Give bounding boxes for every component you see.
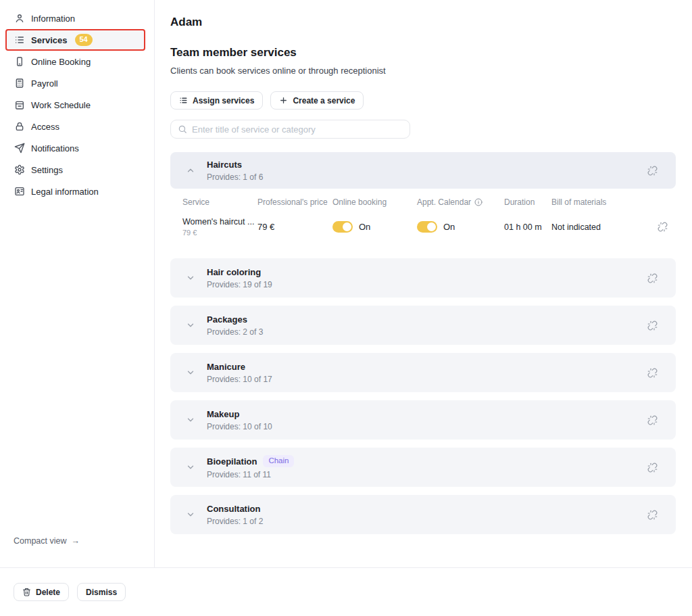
app-window: Information Services 54 Online Booking P… xyxy=(0,0,692,567)
category-consultation: Consultation Provides: 1 of 2 xyxy=(170,495,676,534)
send-icon xyxy=(14,143,25,153)
sidebar-item-information[interactable]: Information xyxy=(5,7,145,29)
unlink-icon[interactable] xyxy=(647,273,658,283)
unlink-icon[interactable] xyxy=(647,462,658,473)
calendar-icon xyxy=(14,99,25,110)
unlink-icon[interactable] xyxy=(647,509,658,520)
chevron-down-icon xyxy=(186,368,195,377)
category-header-haircuts[interactable]: Haircuts Provides: 1 of 6 xyxy=(170,152,676,189)
category-title: Consultation xyxy=(207,504,260,514)
sidebar-item-access[interactable]: Access xyxy=(5,116,145,137)
assign-services-button[interactable]: Assign services xyxy=(170,91,263,110)
delete-button[interactable]: Delete xyxy=(14,583,69,601)
calculator-icon xyxy=(14,78,25,89)
chevron-down-icon xyxy=(186,415,195,425)
search-icon xyxy=(178,124,187,134)
unlink-icon[interactable] xyxy=(647,165,658,176)
sidebar-item-label: Settings xyxy=(31,165,63,175)
col-header-service: Service xyxy=(182,197,257,207)
category-provides: Provides: 19 of 19 xyxy=(207,280,272,289)
sidebar-item-payroll[interactable]: Payroll xyxy=(5,72,145,94)
col-header-price: Professional's price xyxy=(257,197,332,207)
professional-price: 79 € xyxy=(257,222,332,232)
sidebar-item-work-schedule[interactable]: Work Schedule xyxy=(5,94,145,116)
person-icon xyxy=(14,13,25,24)
category-header-consultation[interactable]: Consultation Provides: 1 of 2 xyxy=(170,495,676,534)
compact-view-link[interactable]: Compact view → xyxy=(0,536,154,567)
category-header-packages[interactable]: Packages Provides: 2 of 3 xyxy=(170,306,676,345)
category-text: Consultation Provides: 1 of 2 xyxy=(207,504,263,526)
category-makeup: Makeup Provides: 10 of 10 xyxy=(170,400,676,440)
category-title: Hair coloring xyxy=(207,267,261,277)
search-input[interactable] xyxy=(192,124,403,135)
category-provides: Provides: 11 of 11 xyxy=(207,470,294,479)
category-provides: Provides: 2 of 3 xyxy=(207,327,263,337)
sidebar-item-legal-information[interactable]: Legal information xyxy=(5,181,145,202)
list-icon xyxy=(179,96,188,105)
sidebar-item-label: Information xyxy=(31,14,75,24)
category-haircuts: Haircuts Provides: 1 of 6 Service Profes… xyxy=(170,152,676,250)
col-header-appt-calendar: Appt. Calendar xyxy=(417,197,504,207)
chevron-down-icon xyxy=(186,321,195,330)
duration-value: 01 h 00 m xyxy=(504,222,551,232)
category-text: Makeup Provides: 10 of 10 xyxy=(207,409,272,431)
sidebar-item-services[interactable]: Services 54 xyxy=(5,29,145,51)
toolbar: Assign services Create a service xyxy=(170,91,676,110)
member-name: Adam xyxy=(170,16,676,29)
dismiss-button[interactable]: Dismiss xyxy=(77,583,126,601)
online-booking-toggle[interactable] xyxy=(332,221,353,233)
assign-services-label: Assign services xyxy=(193,96,254,105)
footer-action-bar: Delete Dismiss xyxy=(0,567,692,616)
unlink-icon[interactable] xyxy=(647,320,658,331)
service-name-cell: Women's haircut ... 79 € xyxy=(182,217,257,237)
category-provides: Provides: 10 of 17 xyxy=(207,375,272,384)
plus-icon xyxy=(279,96,288,105)
smartphone-icon xyxy=(14,56,25,67)
category-text: Haircuts Provides: 1 of 6 xyxy=(207,160,263,182)
sidebar-item-settings[interactable]: Settings xyxy=(5,159,145,181)
category-provides: Provides: 1 of 2 xyxy=(207,517,263,526)
chevron-down-icon xyxy=(186,273,195,283)
category-header-hair-coloring[interactable]: Hair coloring Provides: 19 of 19 xyxy=(170,258,676,298)
info-icon[interactable] xyxy=(474,198,483,206)
category-header-makeup[interactable]: Makeup Provides: 10 of 10 xyxy=(170,400,676,440)
sidebar-item-label: Payroll xyxy=(31,78,58,89)
sidebar-item-online-booking[interactable]: Online Booking xyxy=(5,51,145,72)
sidebar: Information Services 54 Online Booking P… xyxy=(0,0,155,567)
sidebar-item-label: Work Schedule xyxy=(31,100,91,110)
create-service-button[interactable]: Create a service xyxy=(270,91,364,110)
unlink-icon[interactable] xyxy=(657,222,668,233)
chain-badge: Chain xyxy=(263,455,294,467)
service-search xyxy=(170,120,410,139)
col-header-appt-calendar-label: Appt. Calendar xyxy=(417,197,471,207)
services-table: Service Professional's price Online book… xyxy=(170,197,676,250)
sidebar-item-notifications[interactable]: Notifications xyxy=(5,137,145,159)
sidebar-item-label: Legal information xyxy=(31,187,99,197)
list-icon xyxy=(14,34,25,45)
online-booking-state: On xyxy=(359,222,370,232)
unlink-icon[interactable] xyxy=(647,367,658,378)
category-provides: Provides: 1 of 6 xyxy=(207,172,263,182)
page-title: Team member services xyxy=(170,46,676,60)
category-text: Bioepilation Chain Provides: 11 of 11 xyxy=(207,455,294,479)
category-header-bioepilation[interactable]: Bioepilation Chain Provides: 11 of 11 xyxy=(170,448,676,487)
unlink-icon[interactable] xyxy=(647,414,658,425)
category-header-manicure[interactable]: Manicure Provides: 10 of 17 xyxy=(170,353,676,392)
category-list: Haircuts Provides: 1 of 6 Service Profes… xyxy=(170,152,676,534)
sidebar-item-label: Online Booking xyxy=(31,57,91,67)
delete-label: Delete xyxy=(36,588,60,597)
appt-calendar-toggle[interactable] xyxy=(417,221,437,233)
sidebar-item-label: Access xyxy=(31,122,59,132)
category-text: Hair coloring Provides: 19 of 19 xyxy=(207,267,272,289)
create-service-label: Create a service xyxy=(293,96,355,105)
dismiss-label: Dismiss xyxy=(86,588,117,597)
sidebar-item-label: Notifications xyxy=(31,143,79,153)
table-row: Women's haircut ... 79 € 79 € On On 01 xyxy=(170,217,676,237)
compact-view-label: Compact view xyxy=(14,536,67,546)
service-name: Women's haircut ... xyxy=(182,217,257,227)
id-card-icon xyxy=(14,186,25,197)
online-booking-cell: On xyxy=(332,221,417,233)
category-title: Bioepilation xyxy=(207,456,257,467)
bill-of-materials-value: Not indicated xyxy=(551,222,641,232)
page-subtitle: Clients can book services online or thro… xyxy=(170,66,676,76)
